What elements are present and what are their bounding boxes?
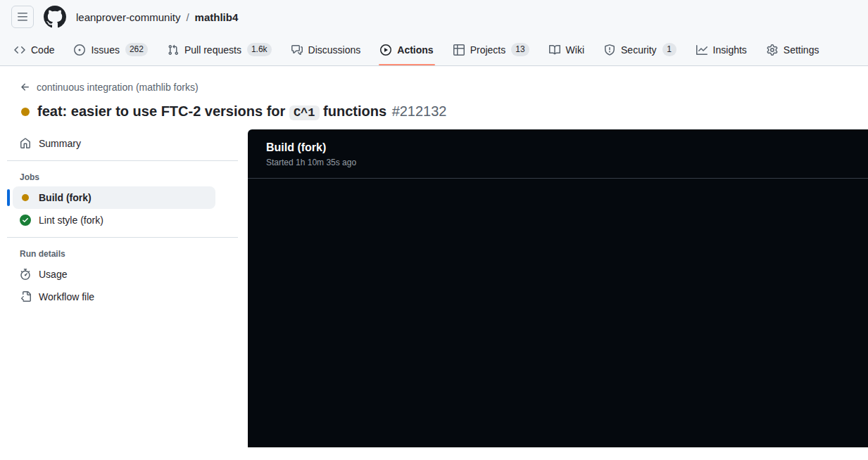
job-item-wrap: Build (fork) (7, 186, 215, 209)
tab-label: Issues (91, 44, 119, 56)
tab-issues[interactable]: Issues 262 (67, 34, 155, 65)
run-header: continuous integration (mathlib forks) f… (0, 66, 868, 129)
run-details-heading: Run details (7, 243, 238, 263)
run-title-row: feat: easier to use FTC-2 versions for C… (20, 103, 851, 120)
job-label: Lint style (fork) (39, 215, 103, 226)
job-item-wrap: Lint style (fork) (7, 209, 215, 231)
tab-actions[interactable]: Actions (373, 34, 440, 65)
sidebar-item-label: Workflow file (39, 291, 94, 302)
tab-settings[interactable]: Settings (760, 34, 826, 65)
log-content[interactable] (248, 179, 868, 447)
log-started-timestamp: Started 1h 10m 35s ago (266, 158, 851, 167)
issue-opened-icon (74, 44, 85, 56)
breadcrumb: leanprover-community / mathlib4 (76, 11, 238, 23)
tab-label: Actions (397, 44, 433, 56)
page-title: feat: easier to use FTC-2 versions for C… (37, 103, 447, 120)
tab-label: Code (31, 44, 54, 56)
tab-label: Wiki (566, 44, 584, 56)
shield-icon (604, 44, 615, 56)
tab-insights[interactable]: Insights (689, 34, 754, 65)
breadcrumb-repo-link[interactable]: mathlib4 (195, 11, 239, 23)
run-content: Summary Jobs Build (fork) Lint style (fo… (0, 129, 868, 447)
log-job-title: Build (fork) (266, 141, 851, 154)
selected-job-indicator (7, 189, 10, 206)
run-sidebar: Summary Jobs Build (fork) Lint style (fo… (0, 129, 248, 308)
tab-discussions[interactable]: Discussions (284, 34, 368, 65)
stopwatch-icon (20, 269, 31, 280)
tab-label: Insights (713, 44, 747, 56)
breadcrumb-separator: / (186, 11, 189, 23)
tab-pull-requests[interactable]: Pull requests 1.6k (161, 34, 279, 65)
repo-tab-nav: Code Issues 262 Pull requests 1.6k Discu… (0, 34, 868, 66)
sidebar-item-usage[interactable]: Usage (13, 263, 238, 286)
issues-counter-badge: 262 (125, 43, 148, 56)
security-counter-badge: 1 (662, 43, 677, 56)
home-icon (20, 138, 31, 149)
jobs-heading: Jobs (7, 167, 238, 186)
tab-label: Settings (784, 44, 819, 56)
play-icon (380, 44, 391, 56)
in-progress-dot-icon (22, 194, 29, 201)
sidebar-item-label: Usage (39, 269, 67, 280)
tab-label: Pull requests (184, 44, 241, 56)
breadcrumb-owner-link[interactable]: leanprover-community (76, 11, 180, 23)
comment-discussion-icon (291, 44, 303, 56)
gear-icon (767, 44, 778, 56)
projects-counter-badge: 13 (511, 43, 529, 56)
sidebar-item-workflow-file[interactable]: Workflow file (13, 286, 238, 308)
pull-requests-counter-badge: 1.6k (247, 43, 272, 56)
sidebar-divider (7, 160, 238, 161)
hamburger-menu-button[interactable] (11, 6, 34, 28)
code-icon (14, 44, 25, 56)
back-to-workflow-link[interactable]: continuous integration (mathlib forks) (20, 82, 199, 93)
table-icon (453, 44, 465, 56)
title-code-chip: C^1 (289, 106, 320, 120)
tab-label: Projects (470, 44, 506, 56)
tab-code[interactable]: Code (7, 34, 61, 65)
arrow-left-icon (20, 82, 31, 93)
in-progress-dot-icon (21, 108, 30, 116)
job-log-panel: Build (fork) Started 1h 10m 35s ago (248, 129, 868, 447)
check-circle-icon (20, 215, 31, 226)
file-code-icon (20, 291, 31, 302)
tab-label: Discussions (308, 44, 361, 56)
tab-security[interactable]: Security 1 (597, 34, 684, 65)
git-pull-request-icon (168, 44, 179, 56)
sidebar-divider (7, 237, 238, 238)
tab-label: Security (621, 44, 657, 56)
app-header: leanprover-community / mathlib4 (0, 0, 868, 34)
back-link-label: continuous integration (mathlib forks) (37, 82, 199, 93)
github-mark-icon[interactable] (44, 6, 66, 28)
sidebar-item-label: Summary (39, 138, 81, 149)
sidebar-item-summary[interactable]: Summary (13, 132, 238, 155)
tab-wiki[interactable]: Wiki (542, 34, 591, 65)
book-icon (549, 44, 560, 56)
run-number: #212132 (392, 103, 447, 119)
sidebar-job-build-fork[interactable]: Build (fork) (13, 186, 215, 209)
sidebar-job-lint-style-fork[interactable]: Lint style (fork) (13, 209, 215, 231)
log-header: Build (fork) Started 1h 10m 35s ago (248, 129, 868, 178)
job-label: Build (fork) (39, 192, 92, 203)
graph-icon (696, 44, 707, 56)
three-bars-icon (17, 11, 28, 23)
tab-projects[interactable]: Projects 13 (446, 34, 536, 65)
